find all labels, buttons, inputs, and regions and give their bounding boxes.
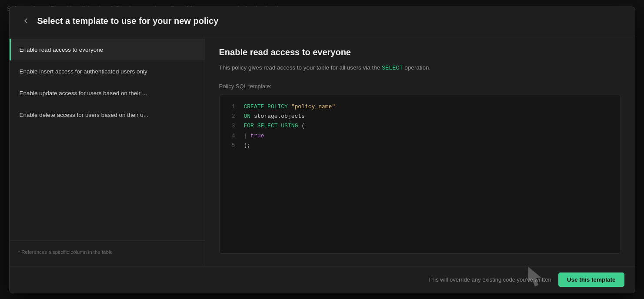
code-line-2: 2 ON storage.objects xyxy=(228,112,612,121)
table-ref: storage.objects xyxy=(254,113,305,120)
description-suffix: operation. xyxy=(403,64,431,71)
policy-description: This policy gives read access to your ta… xyxy=(219,63,621,73)
modal-footer: This will override any existing code you… xyxy=(10,266,635,293)
modal-header: Select a template to use for your new po… xyxy=(10,7,635,35)
modal-title: Select a template to use for your new po… xyxy=(37,16,219,26)
back-icon xyxy=(23,17,30,24)
footnote-text: * References a specific column in the ta… xyxy=(18,249,113,255)
left-panel-footer: * References a specific column in the ta… xyxy=(10,240,205,262)
template-item-label: Enable read access to everyone xyxy=(20,47,103,53)
template-item-delete-users[interactable]: Enable delete access for users based on … xyxy=(10,104,205,126)
code-content: | true xyxy=(244,131,264,141)
code-line-3: 3 FOR SELECT USING ( xyxy=(228,121,612,131)
line-number: 3 xyxy=(228,121,235,131)
template-item-read-everyone[interactable]: Enable read access to everyone xyxy=(10,39,205,60)
line-number: 2 xyxy=(228,112,235,121)
line-number: 4 xyxy=(228,131,235,141)
pipe-char: | xyxy=(244,133,251,139)
line-number: 1 xyxy=(228,102,235,112)
policy-name-str: "policy_name" xyxy=(291,103,335,110)
template-modal: Select a template to use for your new po… xyxy=(9,7,635,293)
code-content: ON storage.objects xyxy=(244,112,305,121)
code-line-1: 1 CREATE POLICY "policy_name" xyxy=(228,102,612,112)
use-template-button[interactable]: Use this template xyxy=(558,272,624,287)
paren-open: ( xyxy=(301,123,305,129)
keyword-create: CREATE POLICY xyxy=(244,103,291,110)
policy-detail-title: Enable read access to everyone xyxy=(219,47,621,57)
code-line-5: 5 ); xyxy=(228,141,612,150)
policy-detail-panel: Enable read access to everyone This poli… xyxy=(205,35,635,266)
template-item-label: Enable delete access for users based on … xyxy=(20,112,148,118)
modal-body: Enable read access to everyone Enable in… xyxy=(10,35,635,266)
bool-true: true xyxy=(250,133,264,139)
template-item-insert-authenticated[interactable]: Enable insert access for authenticated u… xyxy=(10,60,205,82)
cursor-decoration-icon xyxy=(522,262,548,289)
code-block: 1 CREATE POLICY "policy_name" 2 ON stora… xyxy=(219,95,621,254)
template-item-label: Enable update access for users based on … xyxy=(20,90,147,96)
keyword-on: ON xyxy=(244,113,254,120)
template-item-label: Enable insert access for authenticated u… xyxy=(20,68,147,75)
line-number: 5 xyxy=(228,141,235,150)
back-button[interactable] xyxy=(20,15,32,27)
keyword-for: FOR SELECT USING xyxy=(244,123,302,129)
description-keyword: SELECT xyxy=(382,65,403,71)
closing-paren: ); xyxy=(244,142,251,149)
code-line-4: 4 | true xyxy=(228,131,612,141)
code-content: ); xyxy=(244,141,251,150)
code-content: FOR SELECT USING ( xyxy=(244,121,305,131)
description-prefix: This policy gives read access to your ta… xyxy=(219,64,382,71)
template-item-update-users[interactable]: Enable update access for users based on … xyxy=(10,82,205,104)
template-list: Enable read access to everyone Enable in… xyxy=(10,35,205,266)
sql-label: Policy SQL template: xyxy=(219,83,621,90)
code-content: CREATE POLICY "policy_name" xyxy=(244,102,336,112)
